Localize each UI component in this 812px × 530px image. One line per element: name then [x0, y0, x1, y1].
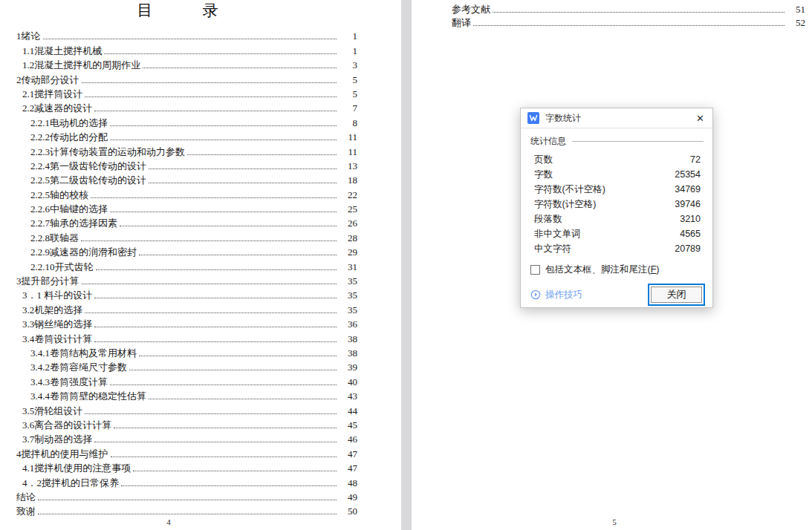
- toc-entry-label: 3.2机架的选择: [22, 304, 82, 315]
- toc-leader-dots: [85, 96, 337, 97]
- dialog-titlebar[interactable]: 字数统计 ✕: [521, 108, 712, 128]
- toc-entry-page-number: 47: [338, 448, 357, 459]
- toc-entry-label: 2.2.5第二级齿轮传动的设计: [30, 174, 146, 186]
- toc-entry[interactable]: 3.3钢丝绳的选择 36: [16, 315, 357, 330]
- page-gap: [401, 0, 412, 530]
- toc-entry[interactable]: 3.4.2卷筒容绳尺寸参数 39: [16, 359, 357, 373]
- toc-leader-dots: [38, 500, 337, 500]
- toc-entry-label: 2.1搅拌筒设计: [22, 88, 82, 99]
- include-textboxes-checkbox-row[interactable]: 包括文本框、脚注和尾注(F): [530, 264, 704, 276]
- toc-entry[interactable]: 2.2.3计算传动装置的运动和动力参数 11: [16, 143, 357, 157]
- toc-entry[interactable]: 2.2.1电动机的选择 8: [16, 114, 357, 128]
- toc-entry-page-number: 5: [338, 74, 357, 85]
- stat-row: 字符数(不计空格) 34769: [534, 182, 701, 197]
- toc-entry-page-number: 3: [338, 59, 357, 71]
- toc-entry[interactable]: 1.2混凝土搅拌机的周期作业 3: [16, 56, 357, 71]
- toc-entry[interactable]: 3.4.4卷筒筒壁的稳定性估算 43: [16, 387, 357, 402]
- toc-entry-label: 4．2搅拌机的日常保养: [22, 477, 119, 488]
- toc-entry-label: 1.1混凝土搅拌机械: [22, 45, 102, 56]
- toc-entry-label: 2.2.7轴承的选择因素: [30, 217, 117, 229]
- toc-leader-dots: [110, 140, 337, 140]
- stat-value: 3210: [680, 214, 701, 224]
- stat-label: 字符数(计空格): [534, 198, 596, 211]
- toc-leader-dots: [114, 428, 337, 428]
- toc-entry[interactable]: 参考文献 51: [452, 1, 805, 15]
- toc-entry[interactable]: 3.7制动器的选择 46: [16, 431, 357, 445]
- toc-leader-dots: [149, 169, 337, 169]
- toc-entry-label: 3．1 料斗的设计: [22, 289, 92, 301]
- toc-entry-label: 3.5滑轮组设计: [22, 405, 82, 416]
- toc-entry-label: 3.7制动器的选择: [22, 434, 92, 445]
- toc-entry[interactable]: 1绪论 1: [16, 27, 357, 42]
- toc-entry[interactable]: 2.2.2传动比的分配 11: [16, 128, 357, 143]
- toc-entry[interactable]: 2.2.8联轴器 28: [16, 229, 357, 243]
- toc-entry-label: 4.1搅拌机使用的注意事项: [22, 462, 131, 474]
- toc-entry[interactable]: 3.4.1卷筒结构及常用材料 38: [16, 344, 357, 359]
- toc-entry-label: 2.2.4第一级齿轮传动的设计: [30, 160, 146, 171]
- toc-entry-label: 致谢: [16, 506, 36, 517]
- toc-entry-label: 3.4卷筒设计计算: [22, 333, 92, 344]
- toc-entry-label: 翻译: [452, 17, 471, 28]
- close-icon[interactable]: ✕: [696, 114, 704, 123]
- toc-entry-page-number: 50: [338, 506, 357, 517]
- toc-entry[interactable]: 4搅拌机的使用与维护 47: [16, 445, 357, 459]
- toc-leader-dots: [82, 82, 337, 83]
- toc-entry[interactable]: 2.2.6中轴键的选择 25: [16, 200, 357, 215]
- toc-entry-label: 3提升部分计算: [16, 275, 79, 287]
- toc-entry-label: 3.4.4卷筒筒壁的稳定性估算: [30, 390, 146, 402]
- close-button[interactable]: 关闭: [648, 284, 705, 306]
- toc-entry-page-number: 45: [338, 419, 357, 431]
- toc-entry-page-number: 52: [786, 17, 805, 28]
- toc-entry-page-number: 28: [338, 232, 357, 243]
- toc-entry-page-number: 5: [338, 88, 357, 99]
- toc-entry[interactable]: 2.2减速器的设计 7: [16, 99, 357, 114]
- toc-entry[interactable]: 2.1搅拌筒设计 5: [16, 85, 357, 99]
- toc-leader-dots: [143, 68, 337, 68]
- toc-entry-page-number: 25: [338, 203, 357, 215]
- stat-label: 字数: [534, 169, 553, 181]
- toc-entry[interactable]: 致谢 50: [16, 503, 357, 517]
- toc-entry-label: 2传动部分设计: [16, 74, 79, 85]
- toc-leader-dots: [82, 284, 337, 284]
- toc-entry[interactable]: 3.4.3卷筒强度计算 40: [16, 373, 357, 387]
- toc-entry[interactable]: 3.5滑轮组设计 44: [16, 402, 357, 416]
- toc-entry[interactable]: 3.6离合器的设计计算 45: [16, 416, 357, 431]
- stat-row: 页数 72: [534, 152, 701, 167]
- toc-leader-dots: [133, 471, 337, 471]
- toc-leader-dots: [85, 413, 337, 414]
- toc-leader-dots: [94, 111, 337, 111]
- toc-entry-label: 1绪论: [16, 30, 41, 42]
- toc-entry[interactable]: 4．2搅拌机的日常保养 48: [16, 474, 357, 488]
- tips-link[interactable]: 操作技巧: [530, 289, 582, 301]
- toc-entry-page-number: 31: [338, 261, 357, 272]
- stat-value: 25354: [675, 169, 701, 180]
- toc-entry-page-number: 18: [338, 174, 357, 186]
- toc-entry[interactable]: 3．1 料斗的设计 35: [16, 287, 357, 301]
- toc-leader-dots: [91, 197, 337, 198]
- toc-entry[interactable]: 3提升部分计算 35: [16, 272, 357, 287]
- toc-leader-dots: [110, 125, 337, 126]
- toc-entry[interactable]: 4.1搅拌机使用的注意事项 47: [16, 459, 357, 474]
- toc-entry[interactable]: 2.2.5第二级齿轮传动的设计 18: [16, 171, 357, 186]
- toc-entry[interactable]: 2.2.9减速器的润滑和密封 29: [16, 243, 357, 258]
- toc-entry[interactable]: 结论 49: [16, 488, 357, 503]
- toc-entry[interactable]: 2.2.10开式齿轮 31: [16, 258, 357, 272]
- toc-leader-dots: [121, 485, 337, 486]
- checkbox-unchecked-icon[interactable]: [530, 265, 540, 275]
- toc-entry[interactable]: 2.2.5轴的校核 22: [16, 186, 357, 200]
- stat-value: 72: [690, 154, 701, 165]
- toc-entry[interactable]: 2.2.7轴承的选择因素 26: [16, 215, 357, 229]
- toc-entry[interactable]: 翻译 52: [452, 15, 805, 28]
- toc-entry[interactable]: 3.4卷筒设计计算 38: [16, 330, 357, 344]
- toc-entry-page-number: 26: [338, 217, 357, 229]
- toc-entry[interactable]: 3.2机架的选择 35: [16, 301, 357, 315]
- toc-title: 目 录: [16, 0, 340, 19]
- stat-value: 34769: [675, 184, 701, 194]
- toc-entry[interactable]: 2.2.4第一级齿轮传动的设计 13: [16, 157, 357, 171]
- toc-entry-page-number: 44: [338, 405, 357, 416]
- toc-leader-dots: [104, 53, 337, 54]
- toc-entry[interactable]: 1.1混凝土搅拌机械 1: [16, 42, 357, 56]
- toc-leader-dots: [149, 183, 337, 183]
- word-count-dialog: 字数统计 ✕ 统计信息 页数 72 字数 25354 字符数(不计空格) 347…: [520, 108, 713, 308]
- toc-entry[interactable]: 2传动部分设计 5: [16, 71, 357, 85]
